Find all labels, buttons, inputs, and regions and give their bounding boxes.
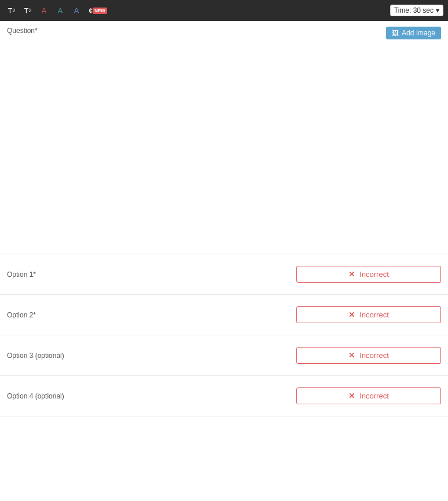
toolbar: T2 T2 A A A ¢NEW Time: 30 sec ▾ [0, 0, 448, 21]
option-1-label: Option 1* [7, 270, 76, 279]
text-color-teal-button[interactable]: A [53, 3, 67, 18]
options-container: Option 1* ✕ Incorrect Option 2* ✕ Incorr… [0, 254, 448, 416]
toolbar-right: Time: 30 sec ▾ [390, 5, 443, 16]
chevron-down-icon: ▾ [436, 6, 439, 14]
question-label: Question* [7, 27, 38, 35]
option-2-incorrect-button[interactable]: ✕ Incorrect [296, 306, 441, 323]
option-1-incorrect-button[interactable]: ✕ Incorrect [296, 266, 441, 283]
close-icon-2: ✕ [348, 310, 355, 319]
currency-button[interactable]: ¢NEW [86, 3, 110, 18]
time-selector[interactable]: Time: 30 sec ▾ [390, 5, 443, 16]
close-icon-1: ✕ [348, 270, 355, 279]
option-3-label: Option 3 (optional) [7, 352, 76, 360]
option-row-2: Option 2* ✕ Incorrect [0, 295, 448, 335]
option-row-4: Option 4 (optional) ✕ Incorrect [0, 376, 448, 416]
image-icon: 🖼 [392, 29, 399, 37]
new-badge: NEW [93, 8, 107, 14]
text-color-red-button[interactable]: A [37, 3, 51, 18]
option-4-incorrect-button[interactable]: ✕ Incorrect [296, 387, 441, 404]
add-image-button[interactable]: 🖼 Add Image [386, 27, 441, 39]
option-1-status: Incorrect [359, 270, 389, 279]
option-2-status: Incorrect [359, 310, 389, 319]
option-row-1: Option 1* ✕ Incorrect [0, 254, 448, 295]
option-4-label: Option 4 (optional) [7, 392, 76, 400]
close-icon-3: ✕ [348, 351, 355, 360]
option-2-label: Option 2* [7, 311, 76, 319]
option-3-status: Incorrect [359, 351, 389, 360]
time-label: Time: 30 sec [394, 6, 434, 14]
toolbar-left: T2 T2 A A A ¢NEW [5, 3, 110, 18]
superscript-button[interactable]: T2 [5, 3, 19, 18]
option-3-incorrect-button[interactable]: ✕ Incorrect [296, 347, 441, 364]
subscript-button[interactable]: T2 [21, 3, 35, 18]
add-image-label: Add Image [402, 29, 435, 37]
option-row-3: Option 3 (optional) ✕ Incorrect [0, 335, 448, 376]
question-area: Question* 🖼 Add Image [0, 21, 448, 254]
close-icon-4: ✕ [348, 392, 355, 400]
question-header: Question* 🖼 Add Image [7, 27, 441, 39]
option-4-status: Incorrect [359, 392, 389, 400]
question-content[interactable] [7, 42, 441, 250]
text-color-blue-button[interactable]: A [69, 3, 83, 18]
